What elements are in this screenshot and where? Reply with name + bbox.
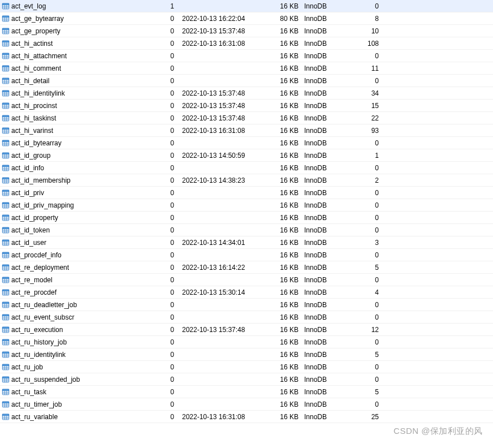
table-icon — [0, 276, 10, 284]
svg-rect-169 — [2, 352, 8, 354]
svg-rect-187 — [2, 389, 8, 391]
table-rows: 15 — [344, 102, 383, 110]
table-row[interactable]: act_hi_comment 0 16 KB InnoDB 11 — [0, 62, 493, 75]
table-size: 16 KB — [265, 89, 304, 97]
table-row[interactable]: act_evt_log 1 16 KB InnoDB 0 — [0, 0, 493, 12]
table-count: 0 — [157, 376, 180, 384]
table-name: act_hi_taskinst — [10, 114, 157, 122]
svg-rect-127 — [2, 265, 8, 266]
svg-rect-43 — [2, 91, 8, 92]
table-engine: InnoDB — [304, 226, 344, 234]
table-row[interactable]: act_id_token 0 16 KB InnoDB 0 — [0, 224, 493, 236]
table-rows: 0 — [344, 77, 383, 85]
table-icon — [0, 2, 10, 10]
table-name: act_ge_property — [10, 27, 157, 35]
table-row[interactable]: act_procdef_info 0 16 KB InnoDB 0 — [0, 249, 493, 261]
table-row[interactable]: act_id_user 0 2022-10-13 14:34:01 16 KB … — [0, 236, 493, 249]
table-row[interactable]: act_id_property 0 16 KB InnoDB 0 — [0, 212, 493, 224]
table-rows: 8 — [344, 15, 383, 23]
table-row[interactable]: act_id_membership 0 2022-10-13 14:38:23 … — [0, 174, 493, 187]
svg-rect-79 — [2, 165, 8, 167]
table-rows: 4 — [344, 288, 383, 296]
table-count: 0 — [157, 40, 180, 48]
table-name: act_ru_timer_job — [10, 400, 157, 408]
table-row[interactable]: act_id_priv 0 16 KB InnoDB 0 — [0, 187, 493, 199]
table-rows: 93 — [344, 127, 383, 135]
table-row[interactable]: act_ru_timer_job 0 16 KB InnoDB 0 — [0, 398, 493, 411]
table-row[interactable]: act_ru_deadletter_job 0 16 KB InnoDB 0 — [0, 299, 493, 311]
table-name: act_hi_attachment — [10, 52, 157, 60]
table-row[interactable]: act_hi_varinst 0 2022-10-13 16:31:08 16 … — [0, 124, 493, 137]
table-list: act_evt_log 1 16 KB InnoDB 0 act_ge_byte… — [0, 0, 493, 423]
table-row[interactable]: act_ru_history_job 0 16 KB InnoDB 0 — [0, 336, 493, 348]
table-engine: InnoDB — [304, 189, 344, 197]
table-engine: InnoDB — [304, 338, 344, 346]
table-row[interactable]: act_id_bytearray 0 16 KB InnoDB 0 — [0, 137, 493, 149]
table-size: 16 KB — [265, 276, 304, 284]
table-row[interactable]: act_ge_property 0 2022-10-13 15:37:48 16… — [0, 25, 493, 37]
table-row[interactable]: act_ru_variable 0 2022-10-13 16:31:08 16… — [0, 411, 493, 423]
table-row[interactable]: act_hi_identitylink 0 2022-10-13 15:37:4… — [0, 87, 493, 100]
table-row[interactable]: act_ru_event_subscr 0 16 KB InnoDB 0 — [0, 311, 493, 324]
table-engine: InnoDB — [304, 301, 344, 309]
table-icon — [0, 114, 10, 122]
table-count: 1 — [157, 2, 180, 10]
table-rows: 25 — [344, 413, 383, 421]
table-name: act_ge_bytearray — [10, 15, 157, 23]
table-row[interactable]: act_hi_actinst 0 2022-10-13 16:31:08 16 … — [0, 37, 493, 50]
table-row[interactable]: act_id_priv_mapping 0 16 KB InnoDB 0 — [0, 199, 493, 212]
table-size: 16 KB — [265, 52, 304, 60]
table-engine: InnoDB — [304, 351, 344, 359]
table-row[interactable]: act_hi_detail 0 16 KB InnoDB 0 — [0, 75, 493, 87]
table-date: 2022-10-13 15:37:48 — [180, 102, 265, 110]
table-engine: InnoDB — [304, 102, 344, 110]
table-name: act_ru_execution — [10, 326, 157, 334]
table-icon — [0, 226, 10, 234]
table-row[interactable]: act_ru_suspended_job 0 16 KB InnoDB 0 — [0, 373, 493, 386]
table-name: act_ru_job — [10, 363, 157, 371]
table-count: 0 — [157, 89, 180, 97]
table-date: 2022-10-13 16:22:04 — [180, 15, 265, 23]
table-row[interactable]: act_ru_task 0 16 KB InnoDB 5 — [0, 386, 493, 398]
table-rows: 3 — [344, 239, 383, 247]
table-name: act_ru_deadletter_job — [10, 301, 157, 309]
table-row[interactable]: act_re_procdef 0 2022-10-13 15:30:14 16 … — [0, 286, 493, 299]
table-size: 16 KB — [265, 139, 304, 147]
table-name: act_hi_detail — [10, 77, 157, 85]
table-icon — [0, 127, 10, 135]
svg-rect-49 — [2, 103, 8, 105]
table-row[interactable]: act_ru_job 0 16 KB InnoDB 0 — [0, 361, 493, 373]
table-row[interactable]: act_hi_procinst 0 2022-10-13 15:37:48 16… — [0, 100, 493, 112]
table-count: 0 — [157, 164, 180, 172]
table-icon — [0, 152, 10, 160]
table-size: 16 KB — [265, 102, 304, 110]
table-icon — [0, 313, 10, 321]
svg-rect-25 — [2, 53, 8, 55]
table-row[interactable]: act_ge_bytearray 0 2022-10-13 16:22:04 8… — [0, 12, 493, 25]
svg-rect-115 — [2, 240, 8, 242]
table-row[interactable]: act_ru_execution 0 2022-10-13 15:37:48 1… — [0, 324, 493, 336]
table-row[interactable]: act_re_model 0 16 KB InnoDB 0 — [0, 274, 493, 286]
svg-rect-7 — [2, 16, 8, 18]
table-size: 16 KB — [265, 363, 304, 371]
table-size: 16 KB — [265, 2, 304, 10]
table-rows: 5 — [344, 264, 383, 272]
table-date: 2022-10-13 15:37:48 — [180, 326, 265, 334]
table-rows: 5 — [344, 351, 383, 359]
table-row[interactable]: act_id_group 0 2022-10-13 14:50:59 16 KB… — [0, 149, 493, 162]
table-name: act_id_priv_mapping — [10, 201, 157, 209]
table-row[interactable]: act_hi_attachment 0 16 KB InnoDB 0 — [0, 50, 493, 62]
svg-rect-37 — [2, 78, 8, 80]
table-engine: InnoDB — [304, 388, 344, 396]
table-engine: InnoDB — [304, 376, 344, 384]
table-row[interactable]: act_hi_taskinst 0 2022-10-13 15:37:48 16… — [0, 112, 493, 124]
table-row[interactable]: act_id_info 0 16 KB InnoDB 0 — [0, 162, 493, 174]
table-icon — [0, 89, 10, 97]
table-row[interactable]: act_ru_identitylink 0 16 KB InnoDB 5 — [0, 348, 493, 361]
table-row[interactable]: act_re_deployment 0 2022-10-13 16:14:22 … — [0, 261, 493, 274]
table-count: 0 — [157, 264, 180, 272]
svg-rect-1 — [2, 3, 8, 5]
table-count: 0 — [157, 301, 180, 309]
table-size: 16 KB — [265, 226, 304, 234]
table-count: 0 — [157, 114, 180, 122]
